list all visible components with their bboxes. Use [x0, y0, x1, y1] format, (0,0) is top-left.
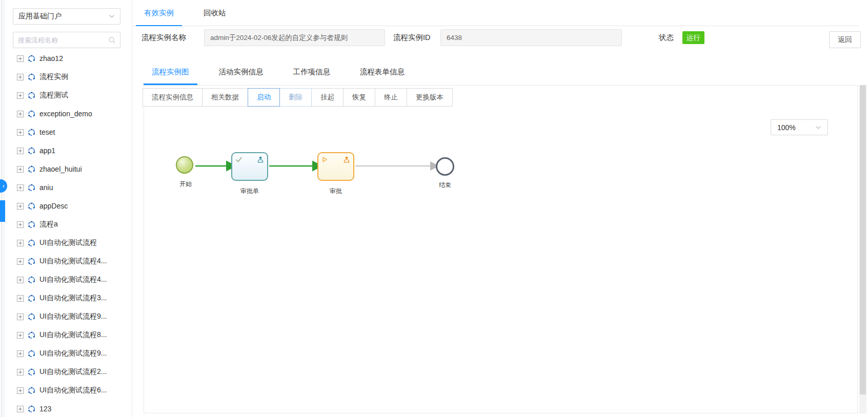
tree-item[interactable]: appDesc	[5, 197, 132, 215]
expand-plus-icon[interactable]	[17, 184, 24, 191]
toolbar-button-label: 启动	[257, 93, 271, 102]
tree-item[interactable]: UI自动化测试流程9...	[5, 307, 132, 326]
zoom-select[interactable]: 100%	[771, 119, 828, 135]
app-select-value: 应用基础门户	[18, 12, 62, 21]
app-select[interactable]: 应用基础门户	[13, 8, 120, 25]
toolbar-button[interactable]: 流程实例信息	[143, 88, 203, 107]
process-cycle-icon	[28, 129, 35, 136]
tree-item-label: 流程实例	[39, 72, 68, 81]
tree-item[interactable]: teset	[5, 123, 132, 141]
toolbar-button-label: 恢复	[352, 93, 366, 102]
expand-plus-icon[interactable]	[17, 406, 24, 412]
toolbar-button[interactable]: 相关数据	[202, 88, 248, 107]
expand-plus-icon[interactable]	[17, 166, 24, 173]
expand-plus-icon[interactable]	[17, 314, 24, 320]
search-icon	[108, 36, 116, 44]
instance-toolbar: 流程实例信息 相关数据 启动 删除 挂起 恢复 终止 更换版本	[143, 88, 453, 107]
tree-item-label: UI自动化测试流程9...	[39, 349, 107, 358]
process-cycle-icon	[28, 55, 35, 62]
detail-tab[interactable]: 工作项信息	[285, 58, 339, 85]
expand-plus-icon[interactable]	[17, 369, 24, 376]
tree-item[interactable]: 流程a	[5, 215, 132, 234]
expand-plus-icon[interactable]	[17, 148, 24, 154]
expand-plus-icon[interactable]	[17, 240, 24, 246]
diagram-panel: 流程实例信息 相关数据 启动 删除 挂起 恢复 终止 更换版本 100%	[144, 85, 858, 413]
instance-tab[interactable]: 有效实例	[136, 0, 182, 26]
toolbar-button-label: 终止	[384, 93, 398, 102]
tree-item-label: UI自动化测试流程	[39, 238, 97, 247]
tree-item[interactable]: UI自动化测试流程6...	[5, 381, 132, 400]
search-input[interactable]	[18, 36, 108, 44]
process-cycle-icon	[28, 239, 35, 247]
toolbar-button[interactable]: 删除	[279, 88, 312, 107]
expand-plus-icon[interactable]	[17, 111, 24, 117]
toolbar-button-label: 挂起	[320, 93, 334, 102]
bpmn-start-event[interactable]	[176, 156, 193, 174]
expand-plus-icon[interactable]	[17, 258, 24, 265]
scrollbar-thumb[interactable]	[860, 85, 866, 394]
vertical-scrollbar[interactable]	[859, 85, 866, 413]
tree-item[interactable]: UI自动化测试流程2...	[5, 363, 132, 381]
process-cycle-icon	[28, 368, 35, 376]
bpmn-end-event[interactable]	[436, 157, 454, 176]
tree-item[interactable]: UI自动化测试流程	[5, 234, 132, 252]
process-cycle-icon	[28, 73, 35, 81]
tree-item[interactable]: UI自动化测试流程4...	[5, 270, 132, 289]
process-cycle-icon	[28, 331, 35, 339]
tree-item[interactable]: 流程实例	[5, 68, 132, 86]
detail-tab[interactable]: 流程实例图	[144, 58, 197, 85]
tree-item[interactable]: UI自动化测试流程4...	[5, 252, 132, 270]
toolbar-button[interactable]: 挂起	[311, 88, 344, 107]
expand-plus-icon[interactable]	[17, 74, 24, 80]
expand-plus-icon[interactable]	[17, 350, 24, 357]
back-button[interactable]: 返回	[829, 31, 861, 48]
tree-item-label: UI自动化测试流程2...	[39, 367, 107, 377]
chevron-left-icon: ‹	[3, 182, 5, 190]
detail-tab[interactable]: 活动实例信息	[211, 58, 272, 85]
expand-plus-icon[interactable]	[17, 387, 24, 394]
process-cycle-icon	[28, 110, 35, 118]
toolbar-button[interactable]: 启动	[248, 88, 280, 107]
detail-tab[interactable]: 流程表单信息	[352, 58, 413, 85]
node-label-end: 结束	[425, 181, 466, 190]
toolbar-button[interactable]: 更换版本	[407, 88, 453, 107]
instance-id-label: 流程实例ID	[393, 29, 431, 46]
bpmn-task-running[interactable]	[317, 152, 354, 181]
tree-item[interactable]: UI自动化测试流程8...	[5, 326, 132, 344]
expand-plus-icon[interactable]	[17, 203, 24, 210]
toolbar-button[interactable]: 恢复	[343, 88, 375, 107]
tree-item[interactable]: UI自动化测试流程3...	[5, 289, 132, 307]
expand-plus-icon[interactable]	[17, 277, 24, 283]
tree-item[interactable]: zhaoel_huitui	[5, 160, 132, 178]
main-content: 有效实例 回收站 流程实例名称 流程实例ID 状态 运行 返回 流程实例图 活动…	[133, 0, 868, 417]
expand-plus-icon[interactable]	[17, 92, 24, 99]
process-cycle-icon	[28, 165, 35, 173]
tree-item[interactable]: UI自动化测试流程9...	[5, 344, 132, 363]
tree-item-label: UI自动化测试流程4...	[39, 257, 107, 266]
tree-item[interactable]: aniu	[5, 178, 132, 197]
process-cycle-icon	[28, 258, 35, 265]
expand-plus-icon[interactable]	[17, 295, 24, 302]
process-search[interactable]	[13, 32, 120, 48]
instance-name-field[interactable]	[204, 29, 385, 46]
chevron-down-icon	[815, 126, 821, 130]
tree-item[interactable]: 123	[5, 400, 132, 417]
toolbar-button[interactable]: 终止	[375, 88, 407, 107]
expand-plus-icon[interactable]	[17, 332, 24, 339]
expand-plus-icon[interactable]	[17, 221, 24, 228]
tree-item-label: 流程测试	[39, 91, 68, 100]
tree-item[interactable]: exception_demo	[5, 105, 132, 123]
process-cycle-icon	[28, 147, 35, 155]
instance-id-field[interactable]	[440, 29, 622, 46]
expand-plus-icon[interactable]	[17, 129, 24, 136]
detail-tab-label: 活动实例信息	[219, 67, 264, 77]
detail-tab-label: 流程表单信息	[360, 67, 405, 77]
bpmn-task-completed[interactable]	[231, 152, 268, 181]
instance-tab[interactable]: 回收站	[195, 0, 234, 26]
status-badge: 运行	[682, 31, 704, 44]
expand-plus-icon[interactable]	[17, 55, 24, 62]
tree-item[interactable]: 流程测试	[5, 86, 132, 105]
tree-item[interactable]: app1	[5, 141, 132, 160]
instance-form: 流程实例名称 流程实例ID 状态 运行 返回	[133, 29, 868, 49]
tree-item[interactable]: zhao12	[5, 49, 132, 68]
